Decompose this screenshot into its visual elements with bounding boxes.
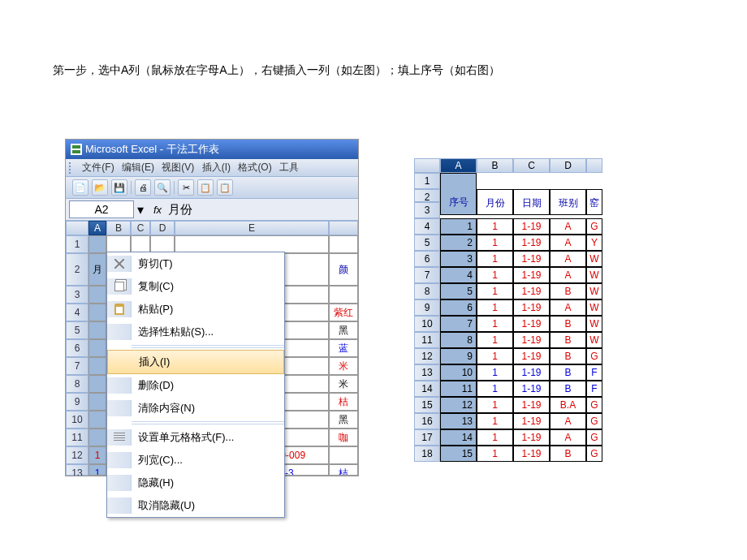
cell[interactable]: 1 — [477, 299, 513, 316]
cell[interactable] — [550, 173, 586, 189]
cell[interactable]: 1 — [89, 464, 106, 476]
cell[interactable]: 11 — [440, 381, 477, 397]
row-12[interactable]: 12 — [66, 446, 89, 464]
context-menu-item[interactable]: 取消隐藏(U) — [107, 494, 284, 517]
context-menu-item[interactable]: 列宽(C)... — [107, 449, 284, 472]
cell[interactable]: 紫红 — [329, 304, 358, 321]
cell[interactable]: W — [586, 251, 602, 267]
context-menu-item[interactable]: 剪切(T) — [107, 252, 284, 275]
context-menu-item[interactable]: 设置单元格格式(F)... — [107, 426, 284, 449]
cell[interactable]: 1 — [477, 283, 513, 299]
print-button[interactable]: 🖨 — [135, 179, 151, 196]
cell[interactable]: G — [586, 397, 602, 413]
cell[interactable]: G — [586, 348, 602, 364]
cell[interactable] — [440, 173, 477, 189]
cell[interactable] — [329, 286, 358, 304]
cell[interactable] — [150, 235, 175, 253]
cell[interactable]: 桔 — [329, 393, 358, 411]
cell[interactable]: 4 — [440, 267, 477, 283]
cell[interactable]: 1-19 — [513, 429, 550, 446]
row-11[interactable]: 11 — [414, 332, 440, 348]
cell[interactable]: 1 — [440, 218, 477, 235]
paste-button[interactable]: 📋 — [217, 179, 233, 196]
context-menu-item[interactable]: 隐藏(H) — [107, 472, 284, 494]
row-3[interactable]: 3 — [66, 286, 89, 304]
row-5[interactable]: 5 — [414, 235, 440, 251]
cell[interactable]: 15 — [440, 446, 477, 462]
cell[interactable]: 班别 — [550, 189, 586, 215]
row-9[interactable]: 9 — [66, 393, 89, 411]
context-menu-item[interactable]: 删除(D) — [107, 374, 284, 397]
context-menu-item[interactable]: 清除内容(N) — [107, 397, 284, 420]
cell[interactable]: 5 — [440, 283, 477, 299]
row-10[interactable]: 10 — [414, 316, 440, 332]
cell[interactable]: B — [550, 381, 586, 397]
cell[interactable]: 1 — [477, 429, 513, 446]
cell[interactable]: 黑 — [329, 411, 358, 429]
cell[interactable]: 1-19 — [513, 316, 550, 332]
cell[interactable]: 1 — [477, 413, 513, 429]
context-menu-item[interactable]: 粘贴(P) — [107, 298, 284, 321]
cell[interactable]: 1-19 — [513, 364, 550, 381]
cell[interactable]: 7 — [440, 316, 477, 332]
col-C[interactable]: C — [513, 158, 550, 173]
menubar-handle[interactable] — [69, 162, 76, 174]
cell[interactable]: 1-19 — [513, 413, 550, 429]
cell[interactable]: W — [586, 316, 602, 332]
cell[interactable]: 桔 — [329, 464, 358, 476]
row-1[interactable]: 1 — [66, 235, 89, 253]
cell[interactable] — [131, 235, 150, 253]
new-button[interactable]: 📄 — [72, 179, 89, 196]
row-17[interactable]: 17 — [414, 429, 440, 446]
row-7[interactable]: 7 — [414, 267, 440, 283]
cell[interactable]: 14 — [440, 429, 477, 446]
cell[interactable] — [89, 339, 106, 357]
cell[interactable] — [175, 235, 329, 253]
cell[interactable] — [89, 393, 106, 411]
context-menu-item[interactable]: 插入(I) — [107, 350, 284, 374]
preview-button[interactable]: 🔍 — [154, 179, 171, 196]
cell[interactable]: 10 — [440, 364, 477, 381]
col-E[interactable]: E — [175, 221, 329, 235]
cell[interactable] — [89, 286, 106, 304]
cell[interactable]: 1-19 — [513, 332, 550, 348]
cell[interactable]: 1 — [477, 381, 513, 397]
row-13[interactable]: 13 — [66, 464, 89, 476]
context-menu-item[interactable]: 选择性粘贴(S)... — [107, 321, 284, 343]
cell[interactable]: 9 — [440, 348, 477, 364]
cell[interactable] — [89, 357, 106, 375]
cell[interactable]: W — [586, 267, 602, 283]
row-7[interactable]: 7 — [66, 357, 89, 375]
cell[interactable]: 月份 — [477, 189, 513, 215]
cell[interactable]: B — [550, 332, 586, 348]
cell[interactable]: 窑 — [586, 189, 602, 215]
cell[interactable]: 米 — [329, 357, 358, 375]
save-button[interactable]: 💾 — [111, 179, 127, 196]
row-14[interactable]: 14 — [414, 381, 440, 397]
cell[interactable]: 1-19 — [513, 235, 550, 251]
cell[interactable]: W — [586, 299, 602, 316]
cell[interactable]: B — [550, 446, 586, 462]
cell[interactable]: 1-19 — [513, 218, 550, 235]
cell[interactable]: 1-19 — [513, 446, 550, 462]
cell[interactable] — [89, 429, 106, 446]
cell[interactable]: A — [550, 267, 586, 283]
cell[interactable]: 12 — [440, 397, 477, 413]
row-11[interactable]: 11 — [66, 429, 89, 446]
cell[interactable]: B — [550, 364, 586, 381]
row-6[interactable]: 6 — [66, 339, 89, 357]
cell[interactable]: 1 — [477, 218, 513, 235]
open-button[interactable]: 📂 — [92, 179, 108, 196]
formula-value[interactable]: 月份 — [168, 202, 192, 218]
cell[interactable] — [329, 446, 358, 464]
cell[interactable]: 1-19 — [513, 397, 550, 413]
row-8[interactable]: 8 — [414, 283, 440, 299]
cell[interactable]: A — [550, 235, 586, 251]
cell[interactable]: 1 — [477, 251, 513, 267]
cell[interactable]: 1-19 — [513, 381, 550, 397]
row-12[interactable]: 12 — [414, 348, 440, 364]
cell[interactable]: 1 — [477, 446, 513, 462]
cell[interactable] — [89, 375, 106, 393]
cell[interactable]: 13 — [440, 413, 477, 429]
cell[interactable] — [89, 235, 106, 253]
